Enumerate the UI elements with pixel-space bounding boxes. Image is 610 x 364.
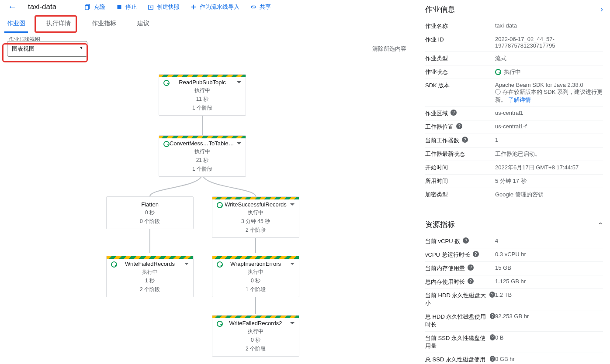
tab-exec-details[interactable]: 执行详情 [46, 15, 71, 33]
node-status: 执行中 [162, 148, 243, 155]
node-stages: 1 个阶段 [162, 104, 243, 112]
import-action[interactable]: 作为流水线导入 [190, 3, 239, 11]
snapshot-action[interactable]: 创建快照 [147, 3, 180, 11]
clear-selection[interactable]: 清除所选内容 [372, 45, 406, 53]
info-key: 当前 HDD 永久性磁盘大小 [425, 292, 487, 307]
info-key: 当前 vCPU 数 [425, 237, 460, 245]
graph-node-writefail[interactable]: WriteFailedRecords执行中1 秒2 个阶段 [106, 256, 194, 297]
info-value: Apache Beam SDK for Java 2.38.0ⓘ存在较新版本的 … [495, 82, 603, 104]
node-time: 1 秒 [109, 277, 191, 285]
info-sidebar: 作业信息 › 作业名称taxi-data作业 ID2022-06-17_02_4… [418, 0, 610, 364]
info-row: 开始时间2022年6月17日 GMT+8 17:44:57 [425, 161, 603, 174]
info-value: 执行中 [495, 68, 603, 76]
clone-action[interactable]: 克隆 [84, 3, 105, 11]
view-dropdown[interactable]: 图表视图 [7, 41, 87, 57]
info-row: 总 SSD 永久性磁盘使用时长?0 GB hr [425, 353, 603, 364]
node-time: 3 分钟 45 秒 [215, 218, 296, 225]
graph-node-read[interactable]: ReadPubSubTopic执行中11 秒1 个阶段 [159, 74, 246, 116]
info-value: 15 GB [495, 264, 603, 272]
graph-canvas[interactable]: ReadPubSubTopic执行中11 秒1 个阶段ConvertMess…T… [0, 57, 418, 364]
info-value: 0 B [495, 334, 603, 350]
node-name: WriteSuccessfulRecords [215, 201, 296, 208]
svg-rect-1 [85, 5, 89, 10]
help-icon[interactable]: ? [462, 137, 468, 143]
chevron-down-icon[interactable] [184, 262, 189, 268]
info-row: 总内存使用时长?1.125 GB hr [425, 275, 603, 288]
graph-node-writesucc[interactable]: WriteSuccessfulRecords执行中3 分钟 45 秒2 个阶段 [212, 196, 299, 238]
running-icon [217, 261, 223, 268]
tabs: 作业图 执行详情 作业指标 建议 [0, 15, 418, 33]
graph-node-convert[interactable]: ConvertMess…ToTableRow执行中21 秒1 个阶段 [159, 135, 246, 177]
help-icon[interactable]: ? [468, 278, 474, 284]
chevron-down-icon[interactable] [290, 262, 295, 268]
stop-action[interactable]: 停止 [116, 3, 137, 11]
info-value: us-central1-f [495, 123, 603, 131]
info-key: 作业区域 [425, 110, 448, 117]
node-name: ReadPubSubTopic [162, 79, 243, 86]
node-time: 11 秒 [162, 96, 243, 103]
info-row: 作业 ID2022-06-17_02_44_57-197787578123071… [425, 33, 603, 52]
info-row: 加密类型Google 管理的密钥 [425, 188, 603, 201]
info-value: 2022年6月17日 GMT+8 17:44:57 [495, 164, 603, 172]
info-value: 1 [495, 137, 603, 144]
help-icon[interactable]: ? [473, 251, 479, 257]
graph-node-flatten[interactable]: Flatten0 秒0 个阶段 [106, 196, 194, 229]
share-action[interactable]: 共享 [250, 3, 271, 11]
help-icon[interactable]: ? [468, 264, 474, 271]
help-icon[interactable]: ? [456, 123, 462, 129]
plus-icon [190, 3, 197, 10]
info-row: 作业类型流式 [425, 52, 603, 65]
node-name: WriteFailedRecords2 [215, 320, 296, 326]
info-row: 当前 vCPU 数?4 [425, 235, 603, 248]
help-icon[interactable]: ? [489, 292, 495, 298]
info-key: 作业状态 [425, 68, 448, 76]
chevron-down-icon[interactable] [237, 141, 241, 148]
running-icon [495, 69, 501, 75]
help-icon[interactable]: ? [490, 334, 495, 340]
info-row: SDK 版本Apache Beam SDK for Java 2.38.0ⓘ存在… [425, 79, 603, 106]
info-value: 0.3 vCPU hr [495, 251, 603, 259]
link-icon [250, 3, 257, 10]
info-value: 1.125 GB hr [495, 278, 603, 286]
chevron-down-icon[interactable] [290, 321, 295, 328]
info-row: 作业状态执行中 [425, 65, 603, 79]
tab-graph[interactable]: 作业图 [7, 15, 25, 33]
node-stages: 2 个阶段 [109, 286, 191, 293]
learn-more-link[interactable]: 了解详情 [508, 96, 531, 103]
info-key: 工作器位置 [425, 123, 454, 131]
node-status: 执行中 [109, 268, 191, 276]
info-value: 5 分钟 17 秒 [495, 177, 603, 185]
info-key: 当前工作器数 [425, 137, 459, 144]
tab-metrics[interactable]: 作业指标 [92, 15, 116, 33]
help-icon[interactable]: ? [451, 110, 457, 116]
graph-node-writefail2[interactable]: WriteFailedRecords2执行中0 秒2 个阶段 [212, 315, 299, 357]
info-key: 作业名称 [425, 22, 448, 30]
back-button[interactable]: ← [7, 2, 17, 12]
graph-node-wrap[interactable]: WrapInsertionErrors执行中0 秒1 个阶段 [212, 256, 299, 297]
node-time: 0 秒 [215, 277, 296, 285]
info-value: 92.253 GB hr [495, 313, 603, 329]
info-key: 总 HDD 永久性磁盘使用时长 [425, 313, 487, 329]
chevron-up-icon: ⌄ [598, 221, 603, 228]
help-icon[interactable]: ? [490, 356, 495, 362]
info-value: us-central1 [495, 110, 603, 117]
resource-metrics-header[interactable]: 资源指标 ⌄ [425, 215, 603, 235]
info-value: 流式 [495, 55, 603, 62]
info-row: 作业区域?us-central1 [425, 106, 603, 120]
node-status: 执行中 [215, 209, 296, 216]
info-key: 开始时间 [425, 164, 448, 172]
info-value: 1.2 TB [495, 292, 603, 307]
chevron-down-icon[interactable] [237, 80, 241, 87]
node-name: Flatten [109, 201, 191, 208]
node-stages: 1 个阶段 [215, 286, 296, 293]
svg-rect-2 [118, 5, 121, 9]
help-icon[interactable]: ? [463, 237, 469, 244]
chevron-down-icon[interactable] [290, 203, 295, 209]
node-time: 21 秒 [162, 157, 243, 164]
expand-icon[interactable]: › [600, 5, 603, 14]
node-time: 0 秒 [109, 209, 191, 216]
info-key: 所用时间 [425, 177, 448, 185]
help-icon[interactable]: ? [490, 313, 495, 319]
tab-suggestions[interactable]: 建议 [137, 15, 149, 33]
info-row: 当前 HDD 永久性磁盘大小?1.2 TB [425, 288, 603, 310]
